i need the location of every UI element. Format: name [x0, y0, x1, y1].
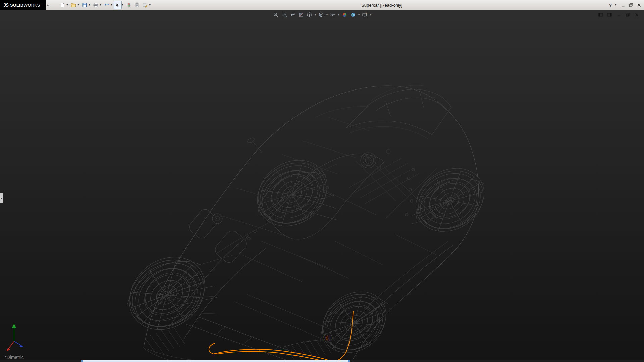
new-document-button[interactable]: [58, 1, 66, 9]
undo-button[interactable]: [103, 1, 111, 9]
view-orientation-label: *Dimetric: [5, 355, 24, 360]
solidworks-logo: 3S SOLIDWORKS: [0, 0, 46, 10]
triad-x-axis: [8, 341, 14, 349]
print-icon: [93, 2, 98, 8]
zoom-to-area-icon: [281, 12, 287, 18]
model-scene: [0, 10, 644, 360]
pane-right-button[interactable]: [607, 12, 612, 17]
logo-text-regular: WORKS: [23, 3, 40, 8]
open-button[interactable]: [69, 1, 77, 9]
file-properties-icon: [134, 2, 140, 8]
display-style-icon: [318, 12, 324, 18]
maximize-button[interactable]: [628, 2, 634, 8]
taskbar-window-segment[interactable]: [81, 360, 350, 362]
zoom-to-fit-button[interactable]: [273, 12, 279, 18]
view-settings-button[interactable]: [362, 12, 368, 18]
appearance-ball-icon: [342, 12, 347, 18]
body-outline[interactable]: [144, 86, 479, 360]
zoom-to-area-button[interactable]: [281, 12, 287, 18]
minimize-icon: [621, 3, 625, 7]
doc-close-icon: [635, 13, 639, 17]
edit-appearance-button[interactable]: [341, 12, 348, 18]
view-orientation-cube-icon: [307, 12, 312, 18]
minimize-button[interactable]: [620, 2, 626, 8]
close-button[interactable]: [636, 2, 642, 8]
front-left-wheel[interactable]: [115, 243, 220, 344]
undo-icon: [104, 2, 109, 8]
menu-expand-arrow[interactable]: ▸: [46, 0, 51, 10]
help-button[interactable]: ?: [608, 3, 612, 8]
pane-left-button[interactable]: [598, 12, 603, 17]
hide-show-items-button[interactable]: [330, 12, 336, 18]
select-arrow-icon: [115, 2, 120, 8]
view-settings-caret[interactable]: ▾: [370, 14, 371, 16]
previous-view-button[interactable]: [289, 12, 296, 18]
help-dropdown-caret[interactable]: ▾: [615, 4, 616, 6]
quick-access-toolbar: ▾ ▾ ▾ ▾ ▾ ▾ ▾: [58, 1, 152, 9]
dassault-systemes-mark: 3S: [3, 2, 8, 8]
options-dropdown-caret[interactable]: ▾: [149, 4, 151, 6]
print-dropdown-caret[interactable]: ▾: [100, 4, 101, 6]
open-dropdown-caret[interactable]: ▾: [78, 4, 79, 6]
front-right-wheel[interactable]: [310, 280, 398, 360]
sketch-point-marker[interactable]: [325, 336, 329, 340]
select-tool-button[interactable]: [114, 1, 122, 9]
hide-show-caret[interactable]: ▾: [338, 14, 339, 16]
doc-close-button[interactable]: [634, 12, 639, 17]
select-dropdown-caret[interactable]: ▾: [122, 4, 123, 6]
title-bar: 3S SOLIDWORKS ▸ ▾ ▾ ▾ ▾ ▾ ▾: [0, 0, 644, 10]
doc-restore-icon: [626, 13, 630, 17]
logo-text-bold: SOLID: [10, 3, 23, 8]
graphics-viewport[interactable]: ▾ ▾ ▾ ▾ ▾: [0, 10, 644, 360]
window-title: Supercar [Read-only]: [361, 3, 402, 8]
rebuild-stoplight-button[interactable]: [125, 1, 133, 9]
save-icon: [82, 2, 87, 8]
restore-icon: [629, 3, 633, 7]
pane-left-icon: [598, 13, 603, 17]
undo-dropdown-caret[interactable]: ▾: [111, 4, 112, 6]
print-button[interactable]: [92, 1, 100, 9]
wireframe-car-model[interactable]: [115, 85, 496, 360]
apply-scene-button[interactable]: [350, 12, 356, 18]
titlebar-controls: ? ▾: [608, 0, 642, 10]
triad-y-arrow: [12, 324, 16, 328]
section-view-icon: [298, 12, 304, 18]
file-properties-button[interactable]: [133, 1, 141, 9]
previous-view-icon: [290, 12, 296, 18]
doc-minimize-button[interactable]: [616, 12, 621, 17]
taskbar-sliver: [0, 360, 644, 362]
save-dropdown-caret[interactable]: ▾: [89, 4, 90, 6]
panel-splitter-handle[interactable]: ◂: [0, 193, 3, 203]
view-settings-icon: [362, 12, 368, 18]
orientation-triad: [6, 320, 30, 351]
view-orientation-button[interactable]: [306, 12, 313, 18]
doc-restore-button[interactable]: [625, 12, 630, 17]
display-style-caret[interactable]: ▾: [326, 14, 328, 16]
document-window-controls: [598, 12, 639, 17]
save-button[interactable]: [80, 1, 89, 9]
open-folder-icon: [71, 2, 76, 8]
options-button[interactable]: [141, 1, 149, 9]
close-icon: [637, 3, 641, 7]
pane-right-icon: [607, 13, 612, 17]
options-icon: [142, 2, 148, 8]
section-view-button[interactable]: [298, 12, 304, 18]
heads-up-toolbar: ▾ ▾ ▾ ▾ ▾: [273, 12, 371, 18]
display-style-button[interactable]: [318, 12, 324, 18]
zoom-to-fit-icon: [273, 12, 279, 18]
apply-scene-caret[interactable]: ▾: [358, 14, 360, 16]
doc-minimize-icon: [616, 13, 621, 17]
new-dropdown-caret[interactable]: ▾: [67, 4, 68, 6]
triad-x-arrow: [6, 348, 10, 351]
scene-globe-icon: [350, 12, 356, 18]
stoplight-icon: [126, 2, 131, 8]
new-document-icon: [60, 2, 65, 8]
view-orientation-caret[interactable]: ▾: [315, 14, 316, 16]
solidworks-window: 3S SOLIDWORKS ▸ ▾ ▾ ▾ ▾ ▾ ▾: [0, 0, 644, 362]
hide-show-glasses-icon: [330, 12, 336, 18]
